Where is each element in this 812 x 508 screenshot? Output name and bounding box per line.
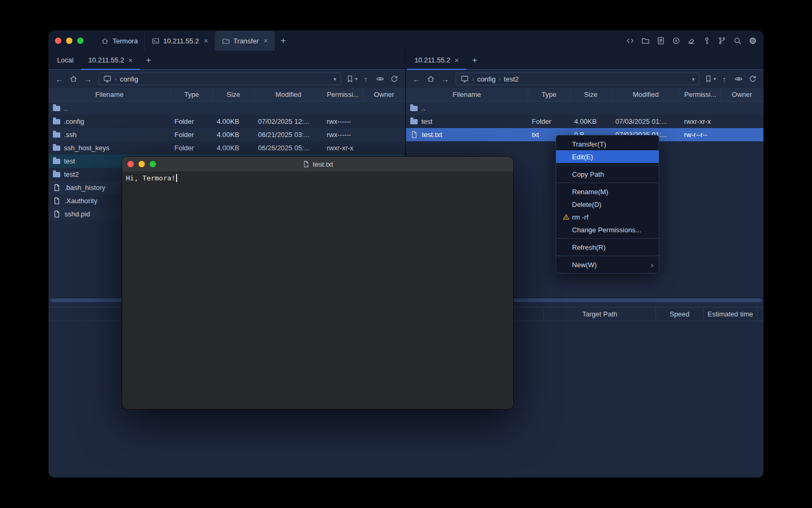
editor-content[interactable]: Hi, Termora! xyxy=(122,171,513,409)
close-window-button[interactable] xyxy=(55,38,61,44)
app-tab-10-211-55-2[interactable]: 10.211.55.2× xyxy=(145,31,215,51)
bookmark-button[interactable]: ▾ xyxy=(704,72,716,85)
column-header-filename[interactable]: Filename xyxy=(406,88,528,101)
column-header-size[interactable]: Size xyxy=(213,88,254,101)
menu-item-delete-d[interactable]: Delete(D) xyxy=(556,198,659,211)
editor-close-button[interactable] xyxy=(127,161,134,167)
file-row-ssh[interactable]: .sshFolder4.00KB06/21/2025 03:...rwx----… xyxy=(49,128,405,141)
chevron-down-icon: ▾ xyxy=(714,76,716,81)
filename-cell: test xyxy=(406,117,528,125)
chevron-down-icon[interactable]: ▾ xyxy=(692,76,695,82)
close-tab-icon[interactable]: × xyxy=(204,37,208,45)
settings-icon[interactable] xyxy=(749,37,757,45)
transfer-column-target-path[interactable]: Target Path xyxy=(543,307,656,321)
folder-icon[interactable] xyxy=(641,37,650,45)
file-row-config[interactable]: .configFolder4.00KB07/02/2025 12:...rwx-… xyxy=(49,115,405,128)
new-panel-tab-button[interactable]: + xyxy=(140,51,157,69)
column-header-type[interactable]: Type xyxy=(170,88,213,101)
back-button[interactable]: ← xyxy=(410,72,423,85)
filename-label: .bash_history xyxy=(64,184,105,192)
panel-tab-10-211-55-2[interactable]: 10.211.55.2× xyxy=(81,51,140,69)
up-button[interactable]: ↑ xyxy=(359,72,372,85)
up-button[interactable]: ↑ xyxy=(718,72,731,85)
menu-item-refresh-r[interactable]: Refresh(R) xyxy=(556,241,659,253)
file-row-test[interactable]: testFolder4.00KB07/03/2025 01:...rwxr-xr… xyxy=(406,115,763,128)
home-button[interactable] xyxy=(67,72,80,85)
file-row-item[interactable]: .. xyxy=(49,102,405,115)
new-panel-tab-button[interactable]: + xyxy=(466,51,483,69)
eraser-icon[interactable] xyxy=(687,37,696,45)
app-tab-transfer[interactable]: Transfer× xyxy=(215,31,275,51)
modified-cell: 07/03/2025 01:... xyxy=(611,117,680,125)
panel-tab-local[interactable]: Local xyxy=(50,51,81,69)
record-icon[interactable] xyxy=(672,37,680,45)
column-header-size[interactable]: Size xyxy=(570,88,611,101)
menu-item-change-permissions[interactable]: Change Permissions... xyxy=(556,223,659,236)
editor-zoom-button[interactable] xyxy=(150,161,156,167)
panel-tab-label: 10.211.55.2 xyxy=(414,56,450,64)
column-header-type[interactable]: Type xyxy=(528,88,570,101)
column-header-modified[interactable]: Modified xyxy=(611,88,680,101)
transfer-column-speed[interactable]: Speed xyxy=(656,307,703,321)
eye-button[interactable] xyxy=(374,72,386,85)
folder-icon xyxy=(53,119,60,124)
permissions-cell: rwxr-xr-x xyxy=(322,144,363,152)
new-tab-button[interactable]: + xyxy=(275,31,292,51)
menu-item-edit-e[interactable]: Edit(E) xyxy=(556,150,659,163)
menu-item-new-w[interactable]: New(W)› xyxy=(556,258,659,271)
panel-tab-10-211-55-2[interactable]: 10.211.55.2× xyxy=(407,51,466,69)
zoom-window-button[interactable] xyxy=(77,38,84,44)
app-tab-strip: Termora10.211.55.2×Transfer×+ xyxy=(94,31,292,51)
menu-item-rm-rf[interactable]: rm -rf xyxy=(556,211,659,223)
menu-item-transfer-t[interactable]: Transfer(T) xyxy=(556,138,659,150)
left-path-field[interactable]: ›config▾ xyxy=(98,72,341,85)
column-header-owner[interactable]: Owner xyxy=(720,88,763,101)
back-button[interactable]: ← xyxy=(53,72,66,85)
menu-item-label: Copy Path xyxy=(572,170,604,178)
column-header-permissi[interactable]: Permissi... xyxy=(322,88,363,101)
right-path-field[interactable]: ›config›test2▾ xyxy=(456,72,699,85)
folder-icon xyxy=(222,37,230,45)
column-header-permissi[interactable]: Permissi... xyxy=(680,88,720,101)
menu-separator xyxy=(556,183,659,183)
filename-label: sshd.pid xyxy=(64,210,90,218)
column-header-filename[interactable]: Filename xyxy=(49,88,170,101)
branch-icon[interactable] xyxy=(718,37,726,45)
close-tab-icon[interactable]: × xyxy=(455,56,459,65)
menu-item-rename-m[interactable]: Rename(M) xyxy=(556,185,659,198)
eye-button[interactable] xyxy=(732,72,745,85)
type-cell: Folder xyxy=(528,117,570,125)
chevron-down-icon[interactable]: ▾ xyxy=(334,76,336,82)
refresh-button[interactable] xyxy=(388,72,401,85)
forward-button[interactable]: → xyxy=(439,72,451,85)
app-tab-termora[interactable]: Termora xyxy=(94,31,145,51)
minimize-window-button[interactable] xyxy=(66,38,72,44)
permissions-cell: rwxr-xr-x xyxy=(680,117,720,125)
file-row-item[interactable]: .. xyxy=(406,102,763,115)
menu-item-copy-path[interactable]: Copy Path xyxy=(556,168,659,180)
checklist-icon[interactable] xyxy=(657,37,665,45)
file-row-ssh-host-keys[interactable]: ssh_host_keysFolder4.00KB06/26/2025 05:.… xyxy=(49,141,405,155)
bookmark-button[interactable]: ▾ xyxy=(345,72,358,85)
file-icon xyxy=(410,131,418,139)
filename-label: .. xyxy=(421,104,425,112)
folder-icon xyxy=(53,172,60,177)
editor-minimize-button[interactable] xyxy=(139,161,145,167)
forward-button[interactable]: → xyxy=(81,72,94,85)
column-header-modified[interactable]: Modified xyxy=(254,88,322,101)
close-tab-icon[interactable]: × xyxy=(128,56,133,65)
code-icon[interactable] xyxy=(626,37,634,45)
column-header-owner[interactable]: Owner xyxy=(363,88,405,101)
key-icon[interactable] xyxy=(703,37,711,45)
home-button[interactable] xyxy=(425,72,437,85)
monitor-icon xyxy=(103,75,112,83)
transfer-column-estimated-time[interactable]: Estimated time xyxy=(703,307,757,321)
bookmark-icon xyxy=(704,75,713,83)
screen-background: { "colors": { "accent": "#3d74f1", "sele… xyxy=(0,0,812,508)
filename-cell: .. xyxy=(406,104,528,112)
refresh-button[interactable] xyxy=(746,72,759,85)
close-tab-icon[interactable]: × xyxy=(264,37,268,45)
editor-titlebar[interactable]: test.txt xyxy=(122,157,513,171)
search-icon[interactable] xyxy=(733,37,742,45)
file-icon xyxy=(53,210,61,218)
